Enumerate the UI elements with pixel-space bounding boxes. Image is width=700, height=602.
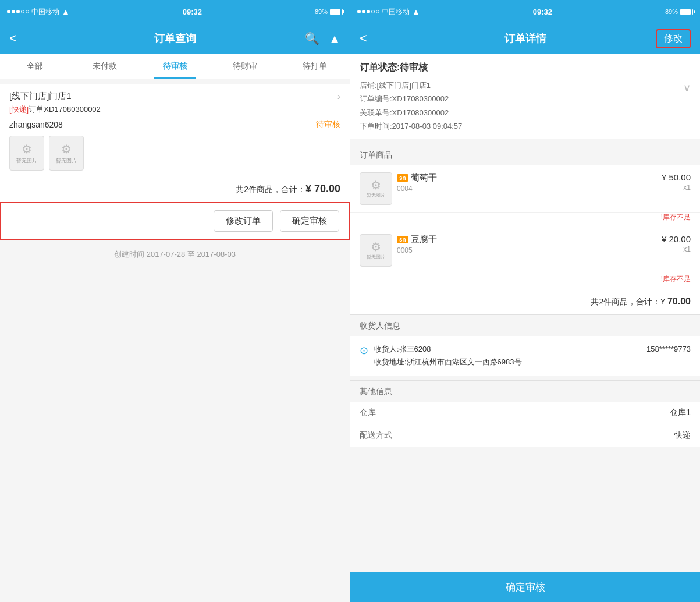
- thumb-icon-1: ⚙: [22, 142, 32, 156]
- detail-header-block: 订单状态:待审核 ∨ 店铺:[线下门店]门店1 订单编号:XD170803000…: [350, 54, 700, 139]
- other-section-title: 其他信息: [350, 380, 700, 402]
- right-status-bar: 中国移动 ▲ 09:32 89%: [350, 0, 700, 23]
- right-time: 09:32: [533, 8, 552, 16]
- tab-pending-print[interactable]: 待打单: [280, 54, 350, 79]
- left-time: 09:32: [183, 8, 202, 16]
- battery-percent-left: 89%: [315, 8, 328, 15]
- info-label-warehouse: 仓库: [360, 408, 376, 418]
- product-images: ⚙ 暂无图片 ⚙ 暂无图片: [9, 136, 340, 171]
- stock-warning-2: !库存不足: [350, 274, 700, 289]
- sn-badge-1: sn: [397, 174, 408, 182]
- info-label-delivery: 配送方式: [360, 430, 392, 441]
- other-info-section: 仓库 仓库1 配送方式 快递: [350, 402, 700, 447]
- price-amount-1: ¥ 50.00: [662, 172, 691, 182]
- confirm-review-button-left[interactable]: 确定审核: [280, 210, 339, 232]
- product-code-2: 0005: [397, 246, 657, 254]
- left-status-left: 中国移动 ▲: [7, 7, 70, 17]
- product-item-info-2: sn 豆腐干 0005: [392, 234, 662, 254]
- product-price-2: ¥ 20.00 x1: [662, 234, 691, 253]
- left-nav-icons: 🔍 ▲: [305, 31, 340, 45]
- action-buttons-row: 修改订单 确定审核: [0, 202, 350, 240]
- right-signal-icon: [357, 10, 379, 13]
- stock-warning-1: !库存不足: [350, 213, 700, 227]
- info-order-no: 订单编号:XD17080300002: [360, 92, 691, 105]
- receiver-section: ⊙ 收货人:张三6208 158*****9773 收货地址:浙江杭州市西湖区文…: [350, 336, 700, 376]
- product-thumb-right-1: ⚙ 暂无图片: [360, 172, 392, 205]
- receiver-address: 收货地址:浙江杭州市西湖区文一西路6983号: [374, 357, 522, 366]
- expand-chevron-icon[interactable]: ∨: [683, 79, 691, 97]
- order-status-title: 订单状态:待审核: [360, 62, 691, 74]
- detail-info-row: ∨ 店铺:[线下门店]门店1 订单编号:XD17080300002 关联单号:X…: [360, 79, 691, 133]
- products-section-title: 订单商品: [350, 144, 700, 165]
- product-item-2: ⚙ 暂无图片 sn 豆腐干 0005 ¥ 20.00 x1: [350, 227, 700, 274]
- info-value-delivery: 快递: [674, 430, 691, 441]
- product-thumb-alt-2: 暂无图片: [367, 254, 385, 260]
- left-screen: 中国移动 ▲ 09:32 89% < 订单查询 🔍 ▲ 全部 未付款: [0, 0, 350, 602]
- express-tag: [快递]: [9, 105, 29, 114]
- receiver-name: 收货人:张三6208: [374, 345, 431, 353]
- left-tabs-bar: 全部 未付款 待审核 待财审 待打单: [0, 54, 350, 79]
- left-status-bar: 中国移动 ▲ 09:32 89%: [0, 0, 350, 23]
- receiver-phone: 158*****9773: [646, 343, 691, 356]
- right-status-right: 89%: [665, 8, 693, 15]
- sn-badge-2: sn: [397, 236, 408, 243]
- receiver-row: ⊙ 收货人:张三6208 158*****9773 收货地址:浙江杭州市西湖区文…: [350, 336, 700, 376]
- tab-unpaid[interactable]: 未付款: [70, 54, 140, 79]
- order-card: [线下门店]门店1 › [快递]订单XD17080300002 zhangsan…: [0, 84, 350, 240]
- order-detail-section: 订单状态:待审核 ∨ 店铺:[线下门店]门店1 订单编号:XD170803000…: [350, 54, 700, 139]
- filter-icon[interactable]: ▲: [329, 32, 340, 45]
- info-row-warehouse: 仓库 仓库1: [350, 402, 700, 424]
- product-thumb-icon-1: ⚙: [371, 178, 381, 192]
- battery-icon-left: [330, 9, 343, 15]
- date-range-text: 创建时间 2017-07-28 至 2017-08-03: [114, 250, 236, 258]
- tab-all[interactable]: 全部: [0, 54, 70, 79]
- product-name-row-1: sn 葡萄干: [397, 172, 657, 183]
- total-text: 共2件商品，合计：: [236, 185, 305, 194]
- order-tag-line: [快递]订单XD17080300002: [9, 104, 340, 115]
- price-qty-1: x1: [662, 183, 691, 192]
- left-back-button[interactable]: <: [9, 29, 22, 48]
- tab-financial-review[interactable]: 待财审: [210, 54, 280, 79]
- modify-button[interactable]: 修改: [656, 29, 691, 48]
- left-nav-title: 订单查询: [154, 31, 196, 45]
- bottom-confirm-button[interactable]: 确定审核: [506, 580, 545, 594]
- edit-order-button[interactable]: 修改订单: [214, 210, 273, 232]
- price-amount-2: ¥ 20.00: [662, 234, 691, 244]
- thumb-label-1: 暂无图片: [16, 157, 37, 165]
- order-number-left: 订单XD17080300002: [29, 105, 101, 114]
- order-total-line: 共2件商品，合计：¥ 70.00: [9, 178, 340, 195]
- battery-percent-right: 89%: [665, 8, 678, 15]
- product-item-info-1: sn 葡萄干 0004: [392, 172, 662, 193]
- product-name-1: 葡萄干: [411, 172, 437, 183]
- left-nav-bar: < 订单查询 🔍 ▲: [0, 23, 350, 54]
- bottom-action-bar: 确定审核: [350, 572, 700, 602]
- location-icon: ⊙: [360, 344, 368, 369]
- chevron-right-icon[interactable]: ›: [337, 91, 340, 102]
- info-related-no: 关联单号:XD17080300002: [360, 106, 691, 119]
- product-thumb-alt-1: 暂无图片: [367, 192, 385, 199]
- right-screen: 中国移动 ▲ 09:32 89% < 订单详情 修改 订单状态:待审核: [350, 0, 700, 602]
- summary-text: 共2件商品，合计：¥: [591, 297, 667, 306]
- product-name-2: 豆腐干: [411, 234, 437, 245]
- signal-icon: [7, 10, 29, 13]
- summary-total: 70.00: [667, 296, 691, 306]
- order-user-line: zhangsan6208 待审核: [9, 119, 340, 130]
- right-nav-icons: 修改: [656, 29, 691, 48]
- product-thumb-1: ⚙ 暂无图片: [9, 136, 44, 171]
- tab-pending-review[interactable]: 待审核: [140, 54, 209, 79]
- total-amount: ¥ 70.00: [305, 183, 340, 194]
- left-status-right: 89%: [315, 8, 343, 15]
- user-name: zhangsan6208: [9, 120, 63, 129]
- right-wifi-icon: ▲: [412, 7, 420, 16]
- thumb-label-2: 暂无图片: [56, 157, 77, 165]
- product-name-row-2: sn 豆腐干: [397, 234, 657, 245]
- thumb-icon-2: ⚙: [61, 142, 72, 156]
- right-nav-bar: < 订单详情 修改: [350, 23, 700, 54]
- order-card-header: [线下门店]门店1 ›: [9, 91, 340, 102]
- search-icon[interactable]: 🔍: [305, 31, 319, 45]
- right-back-button[interactable]: <: [360, 29, 372, 48]
- receiver-info: 收货人:张三6208 158*****9773 收货地址:浙江杭州市西湖区文一西…: [374, 343, 691, 369]
- price-qty-2: x1: [662, 245, 691, 253]
- info-value-warehouse: 仓库1: [670, 408, 691, 418]
- info-order-time: 下单时间:2017-08-03 09:04:57: [360, 119, 691, 133]
